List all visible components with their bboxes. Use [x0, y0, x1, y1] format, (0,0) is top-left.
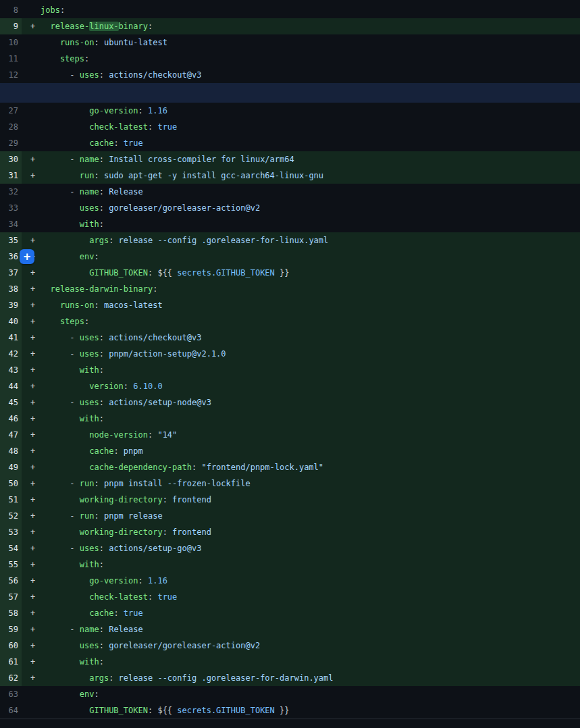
diff-line-52: 52+ - run: pnpm release: [0, 508, 580, 524]
line-number[interactable]: 32: [0, 184, 22, 200]
code-text: check-latest: true: [39, 119, 580, 135]
code-text: uses: goreleaser/goreleaser-action@v2: [39, 638, 580, 654]
code-text: env:: [39, 249, 580, 265]
diff-line-11: 11 steps:: [0, 51, 580, 67]
diff-code-view: 8jobs:9+ release-linux-binary:10 runs-on…: [0, 0, 580, 719]
code-text: - name: Release: [39, 184, 580, 200]
diff-marker: [22, 51, 39, 67]
add-comment-button[interactable]: +: [20, 249, 34, 264]
code-text: - uses: actions/setup-node@v3: [39, 394, 580, 411]
added-line-marker: +: [22, 330, 39, 346]
line-number[interactable]: 61: [0, 654, 22, 670]
line-number[interactable]: 11: [0, 51, 22, 67]
line-number[interactable]: 63: [0, 686, 22, 702]
code-text: uses: goreleaser/goreleaser-action@v2: [39, 200, 580, 216]
code-text: run: sudo apt-get -y install gcc-aarch64…: [39, 167, 580, 184]
line-number[interactable]: 43: [0, 362, 22, 378]
code-text: cache: true: [39, 135, 580, 151]
diff-line-12: 12 - uses: actions/checkout@v3: [0, 67, 580, 83]
code-text: - name: Release: [39, 621, 580, 638]
diff-line-39: 39+ runs-on: macos-latest: [0, 297, 580, 313]
line-number[interactable]: 8: [0, 2, 22, 18]
diff-line-32: 32 - name: Release: [0, 184, 580, 200]
added-line-marker: +: [22, 524, 39, 540]
code-text: cache: pnpm: [39, 443, 580, 459]
diff-marker: [22, 184, 39, 200]
code-text: args: release --config .goreleaser-for-d…: [39, 670, 580, 686]
line-number[interactable]: 47: [0, 427, 22, 443]
line-number[interactable]: 56: [0, 573, 22, 589]
line-number[interactable]: 62: [0, 670, 22, 686]
code-text: jobs:: [39, 2, 580, 18]
added-line-marker: +: [22, 492, 39, 508]
line-number[interactable]: 35: [0, 232, 22, 249]
line-number[interactable]: 40: [0, 313, 22, 330]
code-text: with:: [39, 654, 580, 670]
diff-line-9: 9+ release-linux-binary:: [0, 18, 580, 34]
diff-marker: [22, 216, 39, 232]
line-number[interactable]: 51: [0, 492, 22, 508]
diff-line-30: 30+ - name: Install cross-compiler for l…: [0, 151, 580, 167]
line-number[interactable]: 48: [0, 443, 22, 459]
line-number[interactable]: 29: [0, 135, 22, 151]
line-number[interactable]: 37: [0, 265, 22, 281]
line-number[interactable]: 46: [0, 411, 22, 427]
line-number[interactable]: 41: [0, 330, 22, 346]
diff-line-50: 50+ - run: pnpm install --frozen-lockfil…: [0, 475, 580, 492]
line-number[interactable]: 34: [0, 216, 22, 232]
diff-bottom-border: [0, 719, 580, 728]
diff-marker: [22, 67, 39, 83]
line-number[interactable]: 33: [0, 200, 22, 216]
diff-line-37: 37+ GITHUB_TOKEN: ${{ secrets.GITHUB_TOK…: [0, 265, 580, 281]
line-number[interactable]: 53: [0, 524, 22, 540]
added-line-marker: +: [22, 573, 39, 589]
line-number[interactable]: 52: [0, 508, 22, 524]
line-number[interactable]: 60: [0, 638, 22, 654]
code-text: go-version: 1.16: [39, 103, 580, 119]
diff-line-48: 48+ cache: pnpm: [0, 443, 580, 459]
code-text: - uses: pnpm/action-setup@v2.1.0: [39, 346, 580, 362]
line-number[interactable]: 9: [0, 18, 22, 34]
line-number[interactable]: 50: [0, 475, 22, 492]
code-text: working-directory: frontend: [39, 492, 580, 508]
added-line-marker: +: [22, 362, 39, 378]
line-number[interactable]: 49: [0, 459, 22, 475]
code-text: GITHUB_TOKEN: ${{ secrets.GITHUB_TOKEN }…: [39, 265, 580, 281]
line-number[interactable]: 36: [0, 249, 22, 265]
line-number[interactable]: 27: [0, 103, 22, 119]
diff-line-34: 34 with:: [0, 216, 580, 232]
diff-line-8: 8jobs:: [0, 2, 580, 18]
added-line-marker: +: [22, 654, 39, 670]
line-number[interactable]: 39: [0, 297, 22, 313]
expandable-hunk-row[interactable]: [0, 83, 580, 103]
diff-line-64: 64 GITHUB_TOKEN: ${{ secrets.GITHUB_TOKE…: [0, 702, 580, 719]
line-number[interactable]: 38: [0, 281, 22, 297]
code-text: env:: [39, 686, 580, 702]
line-number[interactable]: 42: [0, 346, 22, 362]
added-line-marker: +: [22, 167, 39, 184]
added-line-marker: +: [22, 378, 39, 394]
diff-marker: [22, 2, 39, 18]
added-line-marker: +: [22, 297, 39, 313]
line-number[interactable]: 45: [0, 394, 22, 411]
line-number[interactable]: 64: [0, 702, 22, 719]
code-text: version: 6.10.0: [39, 378, 580, 394]
line-number[interactable]: 58: [0, 605, 22, 621]
code-text: GITHUB_TOKEN: ${{ secrets.GITHUB_TOKEN }…: [39, 702, 580, 719]
added-line-marker: +: [22, 346, 39, 362]
line-number[interactable]: 30: [0, 151, 22, 167]
line-number[interactable]: 44: [0, 378, 22, 394]
diff-line-31: 31+ run: sudo apt-get -y install gcc-aar…: [0, 167, 580, 184]
line-number[interactable]: 12: [0, 67, 22, 83]
diff-line-45: 45+ - uses: actions/setup-node@v3: [0, 394, 580, 411]
diff-line-28: 28 check-latest: true: [0, 119, 580, 135]
line-number[interactable]: 57: [0, 589, 22, 605]
code-text: cache: true: [39, 605, 580, 621]
line-number[interactable]: 10: [0, 34, 22, 51]
line-number[interactable]: 59: [0, 621, 22, 638]
diff-line-63: 63 env:: [0, 686, 580, 702]
line-number[interactable]: 28: [0, 119, 22, 135]
line-number[interactable]: 54: [0, 540, 22, 556]
line-number[interactable]: 55: [0, 556, 22, 573]
line-number[interactable]: 31: [0, 167, 22, 184]
